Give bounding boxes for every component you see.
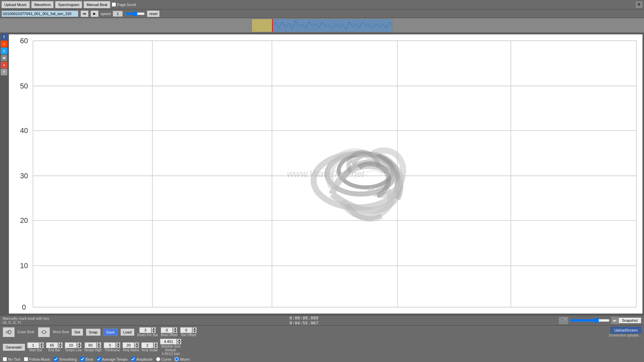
smoothing-checkbox[interactable] [54,357,58,361]
bar-offset-input[interactable] [180,327,192,333]
beat-offset-label: Beat Offset [161,333,177,337]
tempo-high-input[interactable] [85,342,97,348]
tempo-low-input[interactable] [65,342,77,348]
end-bar-up[interactable]: ▲ [58,342,63,345]
move-beat-button[interactable] [38,327,50,337]
beat-label: Beat [80,357,93,361]
settings-icon[interactable]: ⚙ [635,1,643,8]
generate-button[interactable]: Generate! [3,344,25,351]
plus-icon[interactable]: + [1,62,7,68]
beats-per-bar-up[interactable]: ▲ [151,327,156,330]
status-keys-text: (A, S, D, F) [3,320,49,324]
reddit-icon[interactable]: r [1,41,7,47]
worm-label: Worm [174,357,190,361]
amp-scale-group: ▲ ▼ Amp Scale [141,342,158,352]
screenshot-label: Screenshot uploade... [609,334,641,337]
twitter-icon[interactable]: t [1,48,7,54]
thickness-up[interactable]: ▲ [116,342,120,345]
thickness-input[interactable] [104,342,116,348]
status-hint: Manually mark beat with key (A, S, D, F) [3,316,49,324]
bar-offset-group: ▲ ▼ Bar Offset [180,327,197,337]
speed-value[interactable] [113,11,123,17]
end-bar-down[interactable]: ▼ [58,345,63,348]
amp-alpha-input[interactable] [122,342,135,348]
knot-visualization [299,120,416,228]
upload-screen-button[interactable]: UploadScreen [610,327,641,334]
controls-row3: No Tick Follow Music Smoothing Beat Aver… [3,357,641,361]
spectrogram-button[interactable]: Spectrogram [55,1,82,8]
amp-alpha-down[interactable]: ▼ [135,345,139,348]
default-value: 4.451(1 bar) [162,352,180,356]
tempo-high-up[interactable]: ▲ [97,342,101,345]
del-button[interactable]: Del [71,328,83,336]
window-size-label: Window Size [161,345,181,348]
average-tempo-label: Average Tempo [97,357,128,361]
manual-beat-button[interactable]: Manual Beat [84,1,110,8]
end-bar-group: ▲ ▼ End Bar [46,342,63,352]
start-bar-down[interactable]: ▼ [39,345,44,348]
svg-text:40: 40 [20,126,28,135]
follow-music-checkbox[interactable] [24,357,28,361]
audio-wave-icon[interactable]: 🔊 [559,317,568,324]
email-icon[interactable]: ✉ [1,55,7,61]
no-tick-label: No Tick [3,357,20,361]
load-button[interactable]: Load [120,328,135,336]
amp-scale-down[interactable]: ▼ [153,345,158,348]
page-scroll-checkbox[interactable] [112,2,116,7]
audio-end-icon[interactable]: ⏭ [611,317,619,324]
save-button[interactable]: Save [103,328,118,336]
average-tempo-checkbox[interactable] [97,357,101,361]
worm-radio[interactable] [174,357,179,361]
bar-offset-up[interactable]: ▲ [192,327,197,330]
amp-scale-input[interactable] [141,342,153,348]
volume-slider[interactable] [570,318,610,323]
speed-slider[interactable] [125,11,145,16]
main-content: f r t ✉ + ? 60 50 40 30 [0,33,644,315]
play-button[interactable]: ▶ [91,10,99,17]
window-size-down[interactable]: ▼ [177,342,181,345]
start-bar-up[interactable]: ▲ [39,342,44,345]
tempo-low-down[interactable]: ▼ [77,345,82,348]
beat-offset-input[interactable] [161,327,173,333]
status-bar: Manually mark beat with key (A, S, D, F)… [0,315,644,325]
thickness-down[interactable]: ▼ [116,345,120,348]
follow-music-label: Follow Music [24,357,51,361]
beats-per-bar-down[interactable]: ▼ [151,330,156,333]
tempo-low-up[interactable]: ▲ [77,342,82,345]
amp-alpha-up[interactable]: ▲ [135,342,139,345]
window-size-input[interactable] [160,339,177,345]
erase-beat-button[interactable] [3,327,15,337]
amp-scale-up[interactable]: ▲ [153,342,158,345]
snapshot-button[interactable]: Snapshot [619,317,641,323]
thickness-group: ▲ ▼ Thickness [104,342,120,352]
beat-checkbox[interactable] [80,357,85,361]
end-bar-input[interactable] [46,342,58,348]
beat-offset-down[interactable]: ▼ [173,330,177,333]
waveform-button[interactable]: Waveform [31,1,54,8]
bar-offset-down[interactable]: ▼ [192,330,197,333]
svg-text:0: 0 [31,311,35,313]
start-bar-input[interactable] [27,342,39,348]
tempo-high-down[interactable]: ▼ [97,345,101,348]
upload-music-button[interactable]: Upload Music [1,1,30,8]
no-tick-checkbox[interactable] [3,357,7,361]
bar-offset-label: Bar Offset [181,333,196,337]
svg-text:19: 19 [507,311,515,313]
rewind-button[interactable]: ⏮ [80,10,89,17]
filename-input[interactable] [1,10,78,17]
facebook-icon[interactable]: f [1,34,7,40]
tempo-high-group: ▲ ▼ Tempo High [84,342,102,352]
beat-offset-up[interactable]: ▲ [173,327,177,330]
reset-button[interactable]: reset [147,10,160,17]
time-current: 0:00:00.000 [49,315,559,320]
end-bar-label: End Bar [48,348,60,352]
beats-per-bar-input[interactable] [139,327,151,333]
window-size-up[interactable]: ▲ [177,339,181,342]
snap-button[interactable]: Snap [86,328,101,336]
start-bar-label: Start Bar [29,348,42,352]
amplitude-checkbox[interactable] [131,357,135,361]
follow-music-text: Follow Music [29,357,51,361]
question-icon[interactable]: ? [1,69,7,75]
waveform-container[interactable] [252,19,392,32]
curve-radio[interactable] [156,357,160,361]
